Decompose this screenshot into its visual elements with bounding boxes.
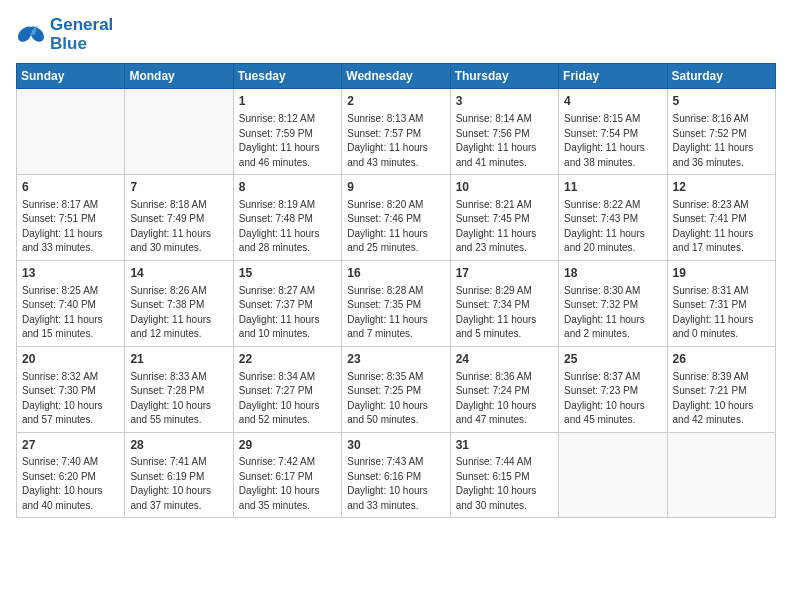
- day-number: 16: [347, 265, 444, 282]
- calendar-cell: 21Sunrise: 8:33 AM Sunset: 7:28 PM Dayli…: [125, 346, 233, 432]
- day-number: 3: [456, 93, 553, 110]
- calendar-cell: 30Sunrise: 7:43 AM Sunset: 6:16 PM Dayli…: [342, 432, 450, 518]
- day-info: Sunrise: 8:29 AM Sunset: 7:34 PM Dayligh…: [456, 284, 553, 342]
- day-info: Sunrise: 8:21 AM Sunset: 7:45 PM Dayligh…: [456, 198, 553, 256]
- calendar-cell: 16Sunrise: 8:28 AM Sunset: 7:35 PM Dayli…: [342, 260, 450, 346]
- day-number: 7: [130, 179, 227, 196]
- calendar-cell: 7Sunrise: 8:18 AM Sunset: 7:49 PM Daylig…: [125, 175, 233, 261]
- day-info: Sunrise: 7:41 AM Sunset: 6:19 PM Dayligh…: [130, 455, 227, 513]
- calendar-cell: 13Sunrise: 8:25 AM Sunset: 7:40 PM Dayli…: [17, 260, 125, 346]
- calendar-cell: 27Sunrise: 7:40 AM Sunset: 6:20 PM Dayli…: [17, 432, 125, 518]
- calendar-cell: 4Sunrise: 8:15 AM Sunset: 7:54 PM Daylig…: [559, 89, 667, 175]
- day-info: Sunrise: 8:30 AM Sunset: 7:32 PM Dayligh…: [564, 284, 661, 342]
- day-number: 22: [239, 351, 336, 368]
- day-number: 21: [130, 351, 227, 368]
- day-number: 18: [564, 265, 661, 282]
- weekday-header-saturday: Saturday: [667, 64, 775, 89]
- calendar-cell: 9Sunrise: 8:20 AM Sunset: 7:46 PM Daylig…: [342, 175, 450, 261]
- calendar-cell: 6Sunrise: 8:17 AM Sunset: 7:51 PM Daylig…: [17, 175, 125, 261]
- day-number: 14: [130, 265, 227, 282]
- day-number: 20: [22, 351, 119, 368]
- logo: General Blue: [16, 16, 113, 53]
- calendar-cell: 24Sunrise: 8:36 AM Sunset: 7:24 PM Dayli…: [450, 346, 558, 432]
- day-number: 1: [239, 93, 336, 110]
- weekday-header-tuesday: Tuesday: [233, 64, 341, 89]
- calendar-cell: 15Sunrise: 8:27 AM Sunset: 7:37 PM Dayli…: [233, 260, 341, 346]
- day-info: Sunrise: 8:36 AM Sunset: 7:24 PM Dayligh…: [456, 370, 553, 428]
- day-info: Sunrise: 8:32 AM Sunset: 7:30 PM Dayligh…: [22, 370, 119, 428]
- day-number: 5: [673, 93, 770, 110]
- calendar-cell: [125, 89, 233, 175]
- calendar-cell: 25Sunrise: 8:37 AM Sunset: 7:23 PM Dayli…: [559, 346, 667, 432]
- weekday-header-thursday: Thursday: [450, 64, 558, 89]
- day-number: 25: [564, 351, 661, 368]
- day-info: Sunrise: 7:44 AM Sunset: 6:15 PM Dayligh…: [456, 455, 553, 513]
- day-info: Sunrise: 8:39 AM Sunset: 7:21 PM Dayligh…: [673, 370, 770, 428]
- calendar-cell: 8Sunrise: 8:19 AM Sunset: 7:48 PM Daylig…: [233, 175, 341, 261]
- calendar-cell: 12Sunrise: 8:23 AM Sunset: 7:41 PM Dayli…: [667, 175, 775, 261]
- weekday-header-monday: Monday: [125, 64, 233, 89]
- day-number: 10: [456, 179, 553, 196]
- calendar-cell: 17Sunrise: 8:29 AM Sunset: 7:34 PM Dayli…: [450, 260, 558, 346]
- logo-icon: [16, 23, 46, 47]
- calendar-cell: 19Sunrise: 8:31 AM Sunset: 7:31 PM Dayli…: [667, 260, 775, 346]
- calendar-week-5: 27Sunrise: 7:40 AM Sunset: 6:20 PM Dayli…: [17, 432, 776, 518]
- day-number: 19: [673, 265, 770, 282]
- calendar-cell: [667, 432, 775, 518]
- calendar-week-4: 20Sunrise: 8:32 AM Sunset: 7:30 PM Dayli…: [17, 346, 776, 432]
- calendar-cell: 3Sunrise: 8:14 AM Sunset: 7:56 PM Daylig…: [450, 89, 558, 175]
- day-info: Sunrise: 8:15 AM Sunset: 7:54 PM Dayligh…: [564, 112, 661, 170]
- logo-text: General Blue: [50, 16, 113, 53]
- day-info: Sunrise: 8:14 AM Sunset: 7:56 PM Dayligh…: [456, 112, 553, 170]
- calendar-cell: [17, 89, 125, 175]
- calendar-cell: 14Sunrise: 8:26 AM Sunset: 7:38 PM Dayli…: [125, 260, 233, 346]
- day-info: Sunrise: 8:25 AM Sunset: 7:40 PM Dayligh…: [22, 284, 119, 342]
- weekday-header-wednesday: Wednesday: [342, 64, 450, 89]
- day-number: 27: [22, 437, 119, 454]
- calendar-cell: 5Sunrise: 8:16 AM Sunset: 7:52 PM Daylig…: [667, 89, 775, 175]
- calendar-cell: 28Sunrise: 7:41 AM Sunset: 6:19 PM Dayli…: [125, 432, 233, 518]
- page-header: General Blue: [16, 16, 776, 53]
- day-info: Sunrise: 8:18 AM Sunset: 7:49 PM Dayligh…: [130, 198, 227, 256]
- day-info: Sunrise: 8:22 AM Sunset: 7:43 PM Dayligh…: [564, 198, 661, 256]
- day-info: Sunrise: 8:16 AM Sunset: 7:52 PM Dayligh…: [673, 112, 770, 170]
- calendar-cell: 20Sunrise: 8:32 AM Sunset: 7:30 PM Dayli…: [17, 346, 125, 432]
- day-number: 11: [564, 179, 661, 196]
- day-info: Sunrise: 8:12 AM Sunset: 7:59 PM Dayligh…: [239, 112, 336, 170]
- day-info: Sunrise: 7:40 AM Sunset: 6:20 PM Dayligh…: [22, 455, 119, 513]
- day-info: Sunrise: 8:31 AM Sunset: 7:31 PM Dayligh…: [673, 284, 770, 342]
- calendar-cell: 29Sunrise: 7:42 AM Sunset: 6:17 PM Dayli…: [233, 432, 341, 518]
- day-number: 17: [456, 265, 553, 282]
- day-info: Sunrise: 8:20 AM Sunset: 7:46 PM Dayligh…: [347, 198, 444, 256]
- calendar-cell: 26Sunrise: 8:39 AM Sunset: 7:21 PM Dayli…: [667, 346, 775, 432]
- day-info: Sunrise: 7:43 AM Sunset: 6:16 PM Dayligh…: [347, 455, 444, 513]
- day-number: 12: [673, 179, 770, 196]
- calendar-cell: 31Sunrise: 7:44 AM Sunset: 6:15 PM Dayli…: [450, 432, 558, 518]
- day-number: 13: [22, 265, 119, 282]
- calendar-cell: 11Sunrise: 8:22 AM Sunset: 7:43 PM Dayli…: [559, 175, 667, 261]
- day-number: 6: [22, 179, 119, 196]
- calendar-week-1: 1Sunrise: 8:12 AM Sunset: 7:59 PM Daylig…: [17, 89, 776, 175]
- day-number: 24: [456, 351, 553, 368]
- calendar-cell: 22Sunrise: 8:34 AM Sunset: 7:27 PM Dayli…: [233, 346, 341, 432]
- day-info: Sunrise: 8:35 AM Sunset: 7:25 PM Dayligh…: [347, 370, 444, 428]
- day-info: Sunrise: 8:34 AM Sunset: 7:27 PM Dayligh…: [239, 370, 336, 428]
- calendar-week-3: 13Sunrise: 8:25 AM Sunset: 7:40 PM Dayli…: [17, 260, 776, 346]
- calendar-cell: 18Sunrise: 8:30 AM Sunset: 7:32 PM Dayli…: [559, 260, 667, 346]
- weekday-header-sunday: Sunday: [17, 64, 125, 89]
- day-info: Sunrise: 8:28 AM Sunset: 7:35 PM Dayligh…: [347, 284, 444, 342]
- day-info: Sunrise: 8:17 AM Sunset: 7:51 PM Dayligh…: [22, 198, 119, 256]
- day-number: 29: [239, 437, 336, 454]
- day-info: Sunrise: 7:42 AM Sunset: 6:17 PM Dayligh…: [239, 455, 336, 513]
- weekday-header-row: SundayMondayTuesdayWednesdayThursdayFrid…: [17, 64, 776, 89]
- day-number: 30: [347, 437, 444, 454]
- day-number: 23: [347, 351, 444, 368]
- calendar-cell: 2Sunrise: 8:13 AM Sunset: 7:57 PM Daylig…: [342, 89, 450, 175]
- day-number: 8: [239, 179, 336, 196]
- day-info: Sunrise: 8:37 AM Sunset: 7:23 PM Dayligh…: [564, 370, 661, 428]
- calendar-cell: 23Sunrise: 8:35 AM Sunset: 7:25 PM Dayli…: [342, 346, 450, 432]
- day-info: Sunrise: 8:23 AM Sunset: 7:41 PM Dayligh…: [673, 198, 770, 256]
- day-info: Sunrise: 8:19 AM Sunset: 7:48 PM Dayligh…: [239, 198, 336, 256]
- day-number: 2: [347, 93, 444, 110]
- day-info: Sunrise: 8:13 AM Sunset: 7:57 PM Dayligh…: [347, 112, 444, 170]
